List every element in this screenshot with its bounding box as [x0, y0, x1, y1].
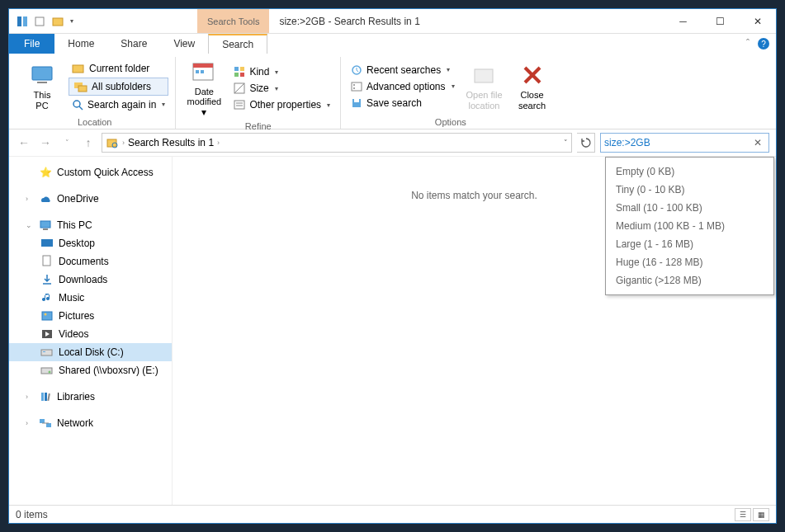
save-search-button[interactable]: Save search: [348, 96, 457, 111]
other-properties-button[interactable]: Other properties▾: [230, 97, 333, 112]
svg-point-46: [49, 371, 51, 374]
videos-icon: [40, 327, 54, 341]
music-icon: [40, 291, 54, 304]
explorer-window: ▾ Search Tools size:>2GB - Search Result…: [8, 8, 777, 524]
search-box[interactable]: ✕: [600, 133, 769, 153]
size-option[interactable]: Small (10 - 100 KB): [606, 199, 773, 217]
tree-this-pc[interactable]: ⌄This PC: [9, 216, 172, 234]
refresh-button[interactable]: [577, 133, 595, 153]
close-search-button[interactable]: Close search: [511, 57, 554, 115]
size-option[interactable]: Large (1 - 16 MB): [606, 235, 773, 253]
tree-libraries[interactable]: ›Libraries: [9, 388, 172, 406]
search-tab[interactable]: Search: [208, 34, 267, 54]
tree-videos[interactable]: Videos: [9, 325, 172, 343]
svg-rect-48: [45, 393, 47, 401]
search-input[interactable]: [604, 137, 750, 148]
svg-rect-13: [196, 70, 199, 73]
tree-pictures[interactable]: Pictures: [9, 307, 172, 325]
size-button[interactable]: Size▾: [230, 81, 333, 96]
svg-rect-1: [23, 16, 27, 26]
this-pc-button[interactable]: This PC: [21, 57, 64, 115]
chevron-down-icon: ▾: [447, 66, 450, 73]
calendar-icon: [191, 59, 217, 85]
breadcrumb-separator[interactable]: ›: [217, 139, 220, 147]
help-icon[interactable]: ?: [758, 38, 769, 49]
tree-onedrive[interactable]: ›OneDrive: [9, 190, 172, 208]
forward-button[interactable]: →: [37, 136, 54, 149]
back-button[interactable]: ←: [16, 136, 32, 149]
size-icon: [234, 82, 245, 94]
address-dropdown-icon[interactable]: ˅: [564, 139, 568, 147]
collapse-ribbon-icon[interactable]: ˆ: [746, 38, 750, 49]
svg-rect-8: [78, 86, 87, 92]
desktop-icon: [40, 237, 54, 250]
navigation-pane[interactable]: ⭐Custom Quick Access ›OneDrive ⌄This PC …: [9, 157, 173, 505]
thumbnails-view-button[interactable]: ▦: [753, 508, 769, 521]
current-folder-button[interactable]: Current folder: [69, 61, 168, 76]
properties-icon[interactable]: [34, 15, 47, 28]
tree-music[interactable]: Music: [9, 289, 172, 307]
up-button[interactable]: ↑: [80, 136, 97, 149]
tree-shared-drive[interactable]: Shared (\\vboxsrv) (E:): [9, 361, 172, 379]
size-option[interactable]: Empty (0 KB): [606, 162, 773, 181]
ribbon-group-refine: Date modified▾ Kind▾ Size▾ Other propert…: [176, 57, 341, 129]
advanced-options-button[interactable]: Advanced options▾: [348, 79, 457, 94]
clear-search-icon[interactable]: ✕: [750, 137, 765, 148]
search-again-button[interactable]: Search again in▾: [69, 97, 168, 112]
address-bar[interactable]: › Search Results in 1 › ˅: [102, 133, 572, 153]
svg-point-41: [45, 313, 47, 316]
new-folder-icon[interactable]: [52, 15, 65, 28]
chevron-down-icon: ▾: [162, 101, 165, 108]
file-tab[interactable]: File: [9, 34, 54, 54]
qat-dropdown-icon[interactable]: ▾: [70, 17, 73, 25]
tree-network[interactable]: ›Network: [9, 414, 172, 432]
breadcrumb-item[interactable]: Search Results in 1: [128, 137, 214, 148]
options-icon: [351, 81, 362, 92]
recent-searches-button[interactable]: Recent searches▾: [348, 63, 457, 78]
kind-button[interactable]: Kind▾: [230, 64, 333, 79]
maximize-button[interactable]: ☐: [702, 9, 739, 33]
svg-line-10: [79, 106, 83, 110]
disk-icon: [40, 346, 54, 359]
share-tab[interactable]: Share: [107, 34, 160, 54]
svg-rect-30: [475, 69, 493, 82]
size-option[interactable]: Huge (16 - 128 MB): [606, 253, 773, 271]
svg-line-20: [234, 83, 244, 93]
close-button[interactable]: ✕: [739, 9, 776, 33]
all-subfolders-button[interactable]: All subfolders: [69, 78, 168, 96]
computer-icon: [29, 62, 55, 88]
home-tab[interactable]: Home: [54, 34, 107, 54]
svg-rect-18: [240, 73, 244, 77]
size-filter-dropdown: Empty (0 KB) Tiny (0 - 10 KB) Small (10 …: [605, 157, 774, 295]
details-view-button[interactable]: ☰: [735, 508, 751, 521]
date-modified-button[interactable]: Date modified▾: [182, 57, 225, 120]
libraries-icon: [39, 390, 52, 403]
documents-icon: [40, 255, 54, 268]
tree-quick-access[interactable]: ⭐Custom Quick Access: [9, 163, 172, 181]
minimize-button[interactable]: ─: [664, 9, 702, 33]
tree-downloads[interactable]: Downloads: [9, 271, 172, 289]
tree-local-disk[interactable]: Local Disk (C:): [9, 343, 172, 361]
size-option[interactable]: Medium (100 KB - 1 MB): [606, 217, 773, 235]
recent-locations-button[interactable]: ˅: [59, 139, 75, 147]
svg-rect-16: [240, 67, 244, 71]
view-tab[interactable]: View: [160, 34, 208, 54]
breadcrumb-separator[interactable]: ›: [122, 139, 125, 147]
ribbon-group-location: This PC Current folder All subfolders Se…: [14, 57, 176, 129]
svg-rect-0: [17, 16, 21, 26]
size-option[interactable]: Tiny (0 - 10 KB): [606, 181, 773, 199]
status-bar: 0 items ☰ ▦: [9, 505, 776, 523]
svg-rect-4: [32, 67, 52, 80]
tree-desktop[interactable]: Desktop: [9, 234, 172, 252]
window-title: size:>2GB - Search Results in 1: [269, 9, 419, 33]
size-option[interactable]: Gigantic (>128 MB): [606, 271, 773, 290]
subfolders-icon: [74, 81, 87, 92]
svg-rect-15: [234, 67, 239, 71]
ribbon: This PC Current folder All subfolders Se…: [9, 54, 776, 129]
svg-rect-2: [35, 17, 44, 26]
svg-rect-47: [41, 393, 44, 401]
search-icon: [72, 99, 83, 111]
svg-rect-14: [201, 70, 204, 73]
item-count: 0 items: [16, 509, 48, 520]
tree-documents[interactable]: Documents: [9, 252, 172, 271]
